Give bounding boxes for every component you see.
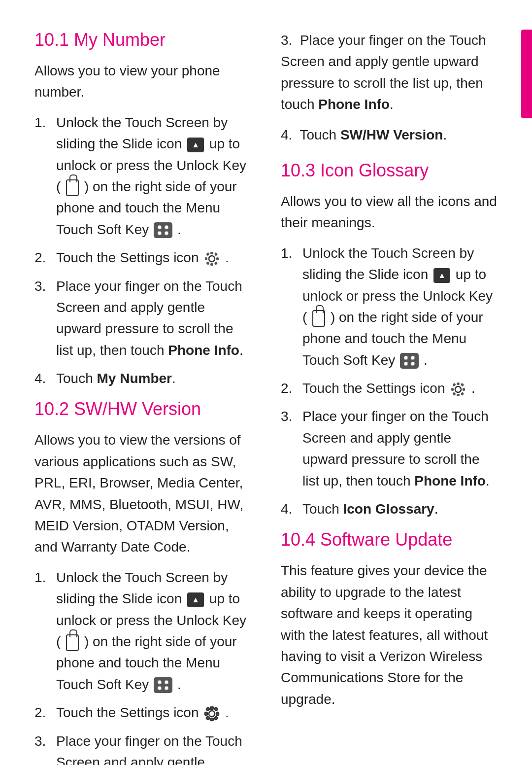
svg-rect-22 [206, 261, 210, 265]
svg-rect-23 [154, 677, 172, 693]
section-10-4: 10.4 Software Update This feature gives … [281, 529, 498, 710]
svg-point-24 [158, 680, 162, 684]
list-item: 2. Touch the Settings icon [34, 702, 251, 723]
svg-point-1 [158, 225, 162, 229]
step-content: Touch the Settings icon [56, 702, 251, 723]
step-number: 2. [34, 247, 56, 268]
slide-icon [187, 592, 204, 607]
section-desc-10-1: Allows you to view your phone number. [34, 60, 251, 103]
slide-icon [433, 268, 450, 283]
svg-point-39 [411, 356, 415, 360]
list-item: 1. Unlock the Touch Screen by sliding th… [34, 567, 251, 695]
right-column: 3. Place your finger on the Touch Screen… [281, 30, 498, 765]
menu-soft-key-icon [400, 353, 419, 369]
step-content: Unlock the Touch Screen by sliding the S… [302, 243, 498, 371]
svg-rect-15 [210, 252, 213, 254]
left-column: 10.1 My Number Allows you to view your p… [34, 30, 251, 765]
steps-list-10-1: 1. Unlock the Touch Screen by sliding th… [34, 112, 251, 389]
step-content: Place your finger on the Touch Screen an… [56, 276, 251, 361]
svg-rect-31 [205, 712, 207, 715]
settings-icon [203, 705, 220, 722]
svg-rect-0 [154, 222, 172, 238]
svg-point-2 [165, 225, 168, 229]
svg-rect-21 [214, 261, 218, 265]
settings-icon [203, 250, 220, 267]
section-desc-10-4: This feature gives your device the abili… [281, 560, 498, 710]
svg-point-3 [158, 231, 162, 235]
step-content: Place your finger on the Touch Screen an… [56, 730, 251, 765]
step-content: Unlock the Touch Screen by sliding the S… [56, 112, 251, 240]
list-item: 2. Touch the Settings icon [281, 378, 498, 399]
svg-point-4 [165, 231, 168, 235]
svg-rect-30 [210, 718, 213, 721]
svg-rect-18 [216, 257, 219, 260]
list-item: 4. Touch Icon Glossary. [281, 498, 498, 520]
svg-rect-48 [461, 382, 465, 386]
svg-rect-47 [452, 382, 456, 386]
step-number: 4. [34, 368, 56, 389]
section-10-3: 10.3 Icon Glossary Allows you to view al… [281, 160, 498, 520]
list-item: 3. Place your finger on the Touch Screen… [34, 276, 251, 361]
section-desc-10-3: Allows you to view all the icons and the… [281, 191, 498, 234]
slide-icon [187, 138, 204, 152]
section-desc-10-2: Allows you to view the versions of vario… [34, 429, 251, 557]
section-10-1: 10.1 My Number Allows you to view your p… [34, 30, 251, 389]
two-column-layout: 10.1 My Number Allows you to view your p… [34, 30, 498, 765]
right-col-step4: 4. Touch SW/HW Version. [281, 124, 498, 145]
svg-point-5 [209, 256, 215, 262]
svg-rect-43 [457, 382, 460, 385]
list-item: 3. Place your finger on the Touch Screen… [34, 730, 251, 765]
step-number: 3. [34, 276, 56, 297]
right-col-intro: 3. Place your finger on the Touch Screen… [281, 30, 498, 115]
svg-rect-20 [214, 252, 218, 256]
list-item: 1. Unlock the Touch Screen by sliding th… [281, 243, 498, 371]
page-container: 10.1 My Number Allows you to view your p… [0, 0, 532, 765]
list-item: 1. Unlock the Touch Screen by sliding th… [34, 112, 251, 240]
svg-rect-44 [457, 394, 460, 396]
step-content: Touch the Settings icon [56, 247, 251, 268]
steps-list-10-3: 1. Unlock the Touch Screen by sliding th… [281, 243, 498, 520]
svg-point-40 [404, 362, 408, 366]
svg-rect-46 [463, 388, 465, 391]
svg-rect-37 [400, 353, 419, 369]
step-content: Touch My Number. [56, 368, 251, 389]
section-tab [521, 30, 532, 118]
svg-rect-34 [214, 707, 218, 711]
svg-rect-17 [205, 257, 207, 260]
unlock-key-icon [66, 634, 79, 651]
svg-point-38 [404, 356, 408, 360]
svg-rect-16 [210, 263, 213, 266]
step-number: 3. [34, 730, 56, 752]
step-number: 3. [281, 406, 302, 427]
step-content: Place your finger on the Touch Screen an… [302, 406, 498, 491]
step-content: Touch the Settings icon [302, 378, 498, 399]
svg-point-27 [165, 686, 168, 690]
settings-icon [450, 381, 466, 398]
svg-rect-49 [461, 392, 465, 396]
step-number: 1. [34, 112, 56, 133]
svg-rect-36 [206, 716, 210, 720]
svg-rect-29 [210, 707, 213, 709]
list-item: 3. Place your finger on the Touch Screen… [281, 406, 498, 491]
step-number: 2. [281, 378, 302, 399]
section-10-2: 10.2 SW/HW Version Allows you to view th… [34, 399, 251, 765]
list-item: 4. Touch My Number. [34, 368, 251, 389]
step-number: 1. [281, 243, 302, 264]
svg-point-42 [455, 386, 461, 392]
step-content: Unlock the Touch Screen by sliding the S… [56, 567, 251, 695]
svg-point-28 [209, 711, 215, 717]
svg-point-25 [165, 680, 168, 684]
step-number: 1. [34, 567, 56, 588]
menu-soft-key-icon [154, 222, 172, 238]
steps-list-10-2: 1. Unlock the Touch Screen by sliding th… [34, 567, 251, 765]
step-number: 2. [34, 702, 56, 723]
unlock-key-icon [66, 179, 79, 196]
section-title-10-2: 10.2 SW/HW Version [34, 399, 251, 419]
list-item: 2. Touch the Settings icon [34, 247, 251, 268]
svg-rect-32 [216, 712, 219, 715]
svg-rect-33 [206, 707, 210, 711]
svg-point-41 [411, 362, 415, 366]
step-content: Touch Icon Glossary. [302, 498, 498, 520]
svg-rect-19 [206, 252, 210, 256]
svg-rect-50 [452, 392, 456, 396]
